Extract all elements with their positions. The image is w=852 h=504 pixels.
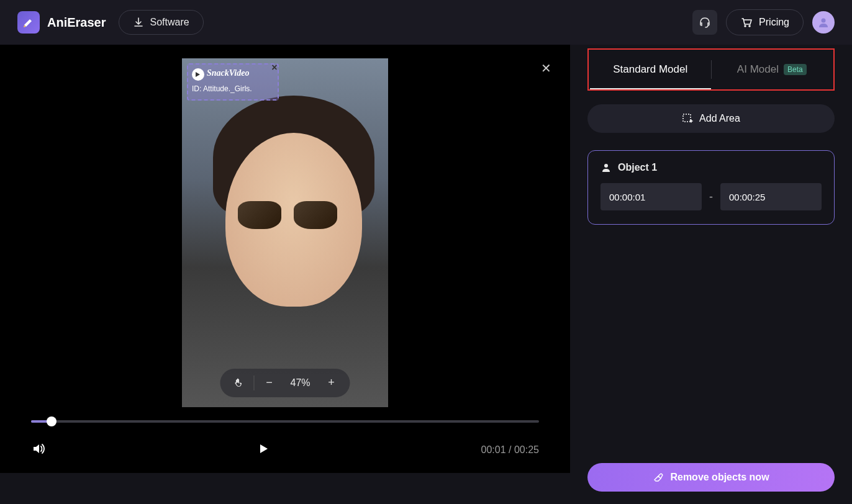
header-left: AniEraser Software (17, 10, 204, 35)
support-button[interactable] (692, 10, 717, 35)
timeline-scrubber[interactable] (31, 420, 539, 423)
total-time: 00:25 (514, 444, 539, 455)
volume-button[interactable] (31, 441, 46, 458)
object-label: Object 1 (618, 162, 657, 173)
logo-icon (17, 11, 40, 34)
add-area-button[interactable]: Add Area (587, 104, 835, 133)
time-start-wrap (600, 183, 702, 210)
zoom-value: 47% (284, 377, 316, 389)
hand-icon (233, 377, 244, 389)
time-range-dash: - (709, 191, 713, 204)
zoom-in-button[interactable]: + (319, 372, 344, 394)
eraser-icon (653, 472, 664, 483)
video-area: ✕ SnackVideo ID: Attitude._Girls. × − (0, 45, 570, 504)
watermark-play-icon (192, 68, 204, 81)
main-content: ✕ SnackVideo ID: Attitude._Girls. × − (0, 45, 852, 504)
play-button[interactable] (256, 442, 270, 457)
add-area-icon (682, 113, 693, 124)
pricing-button[interactable]: Pricing (726, 9, 804, 35)
app-header: AniEraser Software Pricing (0, 0, 852, 45)
object-icon (600, 162, 612, 173)
remove-label: Remove objects now (670, 472, 769, 483)
time-range-row: - (600, 183, 822, 210)
time-display: 00:01 / 00:25 (481, 444, 539, 456)
play-icon (256, 442, 270, 456)
software-button[interactable]: Software (119, 10, 204, 35)
watermark-selection[interactable]: SnackVideo ID: Attitude._Girls. × (187, 63, 279, 101)
tab-standard-label: Standard Model (613, 63, 687, 76)
object-card: Object 1 - (587, 150, 835, 225)
model-tabs-highlight: Standard Model AI Model Beta (587, 48, 835, 91)
software-label: Software (150, 17, 189, 28)
user-avatar[interactable] (812, 11, 835, 34)
app-name: AniEraser (47, 16, 106, 30)
svg-point-0 (822, 19, 826, 23)
video-frame[interactable]: SnackVideo ID: Attitude._Girls. × − 47% … (182, 58, 388, 407)
beta-badge: Beta (784, 64, 807, 75)
add-area-label: Add Area (699, 113, 740, 124)
close-video-button[interactable]: ✕ (541, 61, 551, 76)
pan-tool-button[interactable] (226, 372, 251, 394)
remove-objects-button[interactable]: Remove objects now (587, 463, 835, 492)
playback-controls: 00:01 / 00:25 (0, 423, 570, 473)
svg-rect-1 (683, 114, 691, 122)
time-end-wrap (720, 183, 822, 210)
person-icon (817, 16, 830, 29)
side-panel: Standard Model AI Model Beta Add Area Ob… (570, 45, 852, 504)
timeline-knob[interactable] (47, 416, 57, 426)
volume-icon (31, 441, 46, 456)
watermark-id: ID: Attitude._Girls. (192, 84, 252, 93)
download-icon (133, 17, 144, 28)
time-sep: / (506, 444, 514, 455)
cart-icon (740, 16, 753, 29)
time-end-input[interactable] (720, 183, 822, 210)
time-start-input[interactable] (600, 183, 702, 210)
video-canvas: ✕ SnackVideo ID: Attitude._Girls. × − (0, 45, 570, 412)
timeline-row (0, 412, 570, 423)
tab-ai-model[interactable]: AI Model Beta (712, 50, 833, 89)
current-time: 00:01 (481, 444, 506, 455)
pricing-label: Pricing (759, 17, 789, 28)
model-tabs: Standard Model AI Model Beta (590, 50, 832, 89)
divider (253, 376, 254, 390)
header-right: Pricing (692, 9, 835, 35)
spacer (587, 225, 835, 463)
bottom-strip (0, 473, 570, 504)
svg-point-2 (604, 164, 608, 168)
logo[interactable]: AniEraser (17, 11, 106, 34)
video-content (238, 201, 350, 232)
object-header: Object 1 (600, 162, 822, 173)
tab-standard-model[interactable]: Standard Model (590, 50, 711, 89)
watermark-brand: SnackVideo (207, 68, 249, 78)
headset-icon (698, 16, 712, 29)
tab-ai-label: AI Model (737, 63, 779, 76)
zoom-out-button[interactable]: − (256, 372, 281, 394)
watermark-close-icon[interactable]: × (269, 62, 280, 73)
zoom-toolbar: − 47% + (220, 369, 350, 397)
